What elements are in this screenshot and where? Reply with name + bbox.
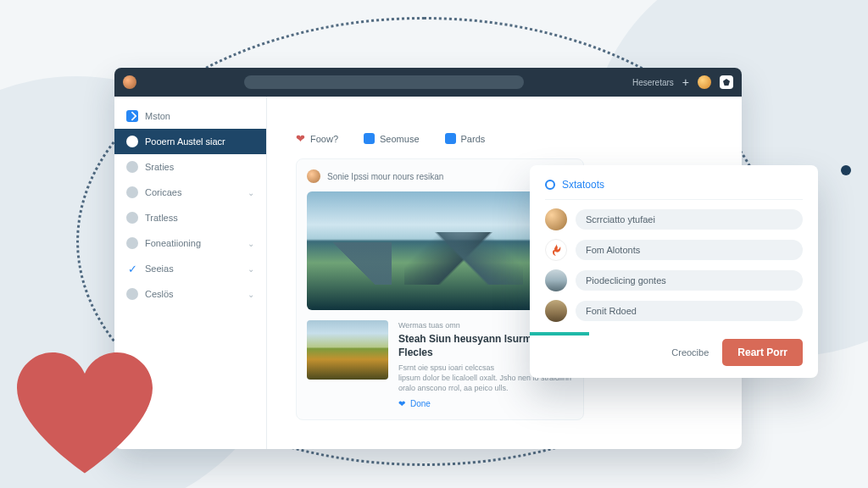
notification-badge-icon[interactable] [698, 75, 711, 89]
sidebar-item-label: Coricaes [145, 187, 181, 197]
sidebar-item-sraties[interactable]: Sraties [114, 154, 266, 180]
dot-icon [126, 186, 138, 198]
tabs: ❤ Foow? Seomuse Pards [296, 132, 721, 145]
sidebar-item-foneatiioning[interactable]: Foneatiioning ⌄ [114, 230, 266, 256]
suggestion-modal: Sxtatoots Scrrciatto ytufaei Fom Alotont… [530, 165, 818, 378]
modal-item[interactable]: Piodeclicing gontes [545, 269, 803, 291]
chevron-down-icon: ⌄ [248, 239, 254, 248]
post-thumbnail[interactable] [307, 320, 388, 380]
modal-title: Sxtatoots [545, 179, 803, 200]
sidebar-item-label: Sraties [145, 162, 174, 172]
flame-icon [545, 239, 567, 261]
heart-icon: ❤ [296, 132, 305, 145]
user-avatar[interactable] [123, 75, 136, 89]
modal-item[interactable]: Scrrciatto ytufaei [545, 208, 803, 230]
square-icon [445, 133, 456, 144]
dot-icon [126, 288, 138, 300]
tab-label: Foow? [310, 134, 338, 144]
heart-icon [17, 352, 153, 480]
sidebar-item-ceslos[interactable]: Ceslös ⌄ [114, 281, 266, 307]
primary-button[interactable]: Reart Porr [722, 339, 803, 366]
sidebar-item-mston[interactable]: Mston [114, 103, 266, 129]
item-label: Fom Alotonts [576, 240, 803, 260]
secondary-button[interactable]: Creocibe [670, 342, 710, 363]
chevron-down-icon: ⌄ [248, 290, 254, 299]
post-meta-action[interactable]: Done [410, 398, 431, 410]
sidebar-item-label: Mston [145, 111, 170, 121]
item-avatar [545, 300, 567, 322]
tab-seomuse[interactable]: Seomuse [364, 133, 419, 144]
dot-icon [126, 161, 138, 173]
dot-icon [126, 136, 138, 147]
sidebar-item-label: Foneatiioning [145, 238, 201, 248]
item-avatar [545, 269, 567, 291]
modal-list: Scrrciatto ytufaei Fom Alotonts Piodecli… [545, 200, 803, 322]
sidebar-item-pooern[interactable]: Pooern Austel siacr [114, 129, 266, 154]
sidebar-item-label: Tratless [145, 213, 178, 223]
tab-label: Seomuse [380, 134, 419, 144]
search-input[interactable] [244, 75, 524, 89]
square-icon [364, 133, 375, 144]
orbit-dot [841, 165, 851, 175]
dot-icon [126, 237, 138, 249]
check-icon: ✓ [126, 263, 138, 274]
progress-bar [530, 332, 589, 336]
sidebar-item-label: Ceslös [145, 289, 174, 299]
sidebar-item-tratless[interactable]: Tratless [114, 205, 266, 230]
dot-icon [126, 212, 138, 224]
item-label: Piodeclicing gontes [576, 270, 803, 291]
chevron-down-icon: ⌄ [248, 188, 254, 197]
sidebar-item-label: Seeias [145, 263, 174, 274]
list-icon [126, 110, 138, 122]
add-button[interactable]: + [682, 75, 689, 89]
radio-icon [545, 180, 555, 190]
chevron-down-icon: ⌄ [248, 264, 254, 274]
modal-item[interactable]: Fom Alotonts [545, 239, 803, 261]
sidebar-item-label: Pooern Austel siacr [145, 136, 225, 147]
tab-label: Pards [461, 134, 486, 144]
item-label: Fonit Rdoed [576, 301, 803, 321]
like-icon[interactable]: ❤ [398, 398, 405, 410]
apps-icon[interactable] [720, 75, 733, 89]
post-byline: Sonie Ipssi mour nours resikan [327, 172, 443, 181]
modal-title-text: Sxtatoots [562, 179, 604, 191]
item-label: Scrrciatto ytufaei [576, 209, 803, 230]
tab-pards[interactable]: Pards [445, 133, 486, 144]
sidebar-item-coricaes[interactable]: Coricaes ⌄ [114, 180, 266, 205]
sidebar-item-seeias[interactable]: ✓ Seeias ⌄ [114, 256, 266, 281]
titlebar-label: Heseretars [632, 78, 674, 87]
titlebar: Heseretars + [114, 68, 742, 97]
modal-item[interactable]: Fonit Rdoed [545, 300, 803, 322]
author-avatar[interactable] [307, 169, 320, 183]
item-avatar [545, 208, 567, 230]
tab-foow[interactable]: ❤ Foow? [296, 132, 338, 145]
